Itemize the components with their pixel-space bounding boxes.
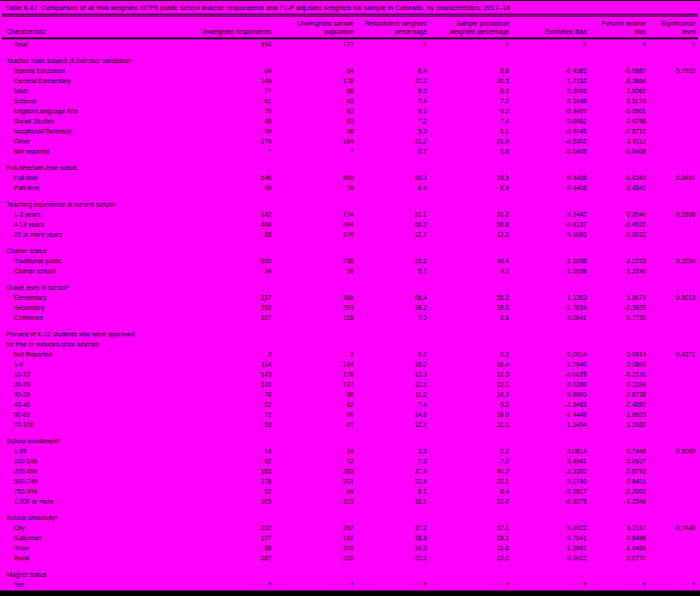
cell-value: 267 (274, 523, 356, 533)
row-label: 1,000 or more (2, 496, 196, 506)
cell-value: 337 (196, 293, 274, 303)
cell-value: 494 (274, 219, 356, 229)
cell-value: 66.2 (356, 219, 430, 229)
section-header: Teaching experience at current school³ (2, 199, 698, 209)
cell-value: 0.8900 (512, 389, 589, 399)
cell-value: 464 (196, 219, 274, 229)
cell-value: 90 (274, 410, 356, 420)
cell-value: 52 (196, 399, 274, 410)
cell-value: 94.4 (430, 256, 512, 266)
cell-value: 12.1 (430, 379, 512, 389)
cell-value: 0.0491 (649, 173, 698, 183)
cell-value: 93.0 (356, 173, 430, 183)
cell-value: 0.8401 (589, 476, 649, 486)
cell-value: 8.3664 (589, 76, 649, 86)
cell-value: 0.2040 (589, 209, 649, 219)
table-row: Charter school34395.74.21.10081.2240 (2, 266, 698, 276)
cell-value: 1.1404 (512, 420, 589, 430)
table-row: 20-2911013712.212.10.12800.1334 (2, 379, 698, 389)
table-row: 1,000 or more20510318.122.0-0.8278-1.234… (2, 496, 698, 506)
cell-value: 0.0641 (512, 313, 589, 323)
cell-value: 38.2 (356, 303, 430, 313)
cell-value: † (512, 39, 589, 49)
table-row: Yes††††††† (2, 580, 698, 590)
cell-value: 4.2 (430, 266, 512, 276)
cell-value: 8.0 (356, 86, 430, 96)
row-label: Other (2, 136, 196, 146)
table-row: 1-9914343.02.20.08140.74480.5080 (2, 446, 698, 456)
cell-value: -1.9112 (589, 136, 649, 146)
cell-value: 1.1008 (512, 266, 589, 276)
cell-value: -0.4383 (512, 66, 589, 76)
cell-value: † (512, 580, 589, 590)
row-label: English/Language Arts (2, 106, 196, 116)
table-row: Traditional public66073893.294.4-1.1008-… (2, 256, 698, 266)
cell-value: 0.7041 (512, 533, 589, 543)
cell-value: 137 (274, 379, 356, 389)
table-row: English/Language Arts70829.09.2-0.4407-0… (2, 106, 698, 116)
cell-value: † (274, 580, 356, 590)
table-row: 100-19952727.07.20.49410.0927 (2, 456, 698, 466)
cell-value: -0.2101 (589, 369, 649, 379)
row-label: Not Reported (2, 349, 196, 359)
cell-value: 2.0800 (589, 359, 649, 369)
cell-value: 2 (196, 349, 274, 359)
cell-value: -0.8719 (589, 126, 649, 136)
cell-value: 1.2020 (589, 420, 649, 430)
cell-value: 22.2 (356, 76, 430, 86)
section-gap (2, 276, 698, 282)
cell-value: 201 (274, 476, 356, 486)
row-label: 10-19 (2, 369, 196, 379)
cell-value: 18.2 (356, 359, 430, 369)
cell-value: 10.3 (430, 389, 512, 399)
column-header: Unweighted respondents (196, 27, 274, 37)
cell-value: 7.4 (356, 399, 430, 410)
cell-value: 283 (274, 466, 356, 476)
table-row: 1-911413418.216.41.79402.0800 (2, 359, 698, 369)
cell-value: -0.2002 (589, 486, 649, 496)
cell-value: 660 (196, 256, 274, 266)
cell-value: -0.4408 (512, 173, 589, 183)
cell-value: 149 (196, 76, 274, 86)
row-label: 40-49 (2, 399, 196, 410)
cell-value: -0.4922 (589, 219, 649, 229)
cell-value: 366 (274, 293, 356, 303)
row-label: Full-time (2, 173, 196, 183)
cell-value: 40.2 (430, 466, 512, 476)
cell-value: 7.2 (356, 116, 430, 126)
cell-value: 187 (196, 553, 274, 563)
cell-value: 84 (274, 486, 356, 496)
cell-value: 48 (274, 126, 356, 136)
cell-value: 114 (196, 359, 274, 369)
cell-value: 37.4 (356, 466, 430, 476)
cell-value: 694 (196, 39, 274, 49)
cell-value: 178 (196, 476, 274, 486)
cell-value: 37.2 (356, 523, 430, 533)
cell-value: 0.4841 (589, 183, 649, 193)
cell-value: † (589, 39, 649, 49)
section-header: Percent of K-12 students who were approv… (2, 329, 143, 349)
cell-value: † (356, 580, 430, 590)
cell-value: 82 (274, 106, 356, 116)
column-header: Percent relative bias (589, 19, 649, 37)
cell-value: 8.1 (356, 486, 430, 496)
cell-value: 0.7730 (589, 313, 649, 323)
row-label: 750-999 (2, 486, 196, 496)
total-row: Total694777††††† (2, 39, 698, 49)
row-label: Secondary (2, 303, 196, 313)
cell-value: † (589, 580, 649, 590)
cell-value: -0.0408 (512, 146, 589, 156)
cell-value: 39 (274, 266, 356, 276)
section-gap (2, 193, 698, 199)
cell-value: 1.7940 (512, 359, 589, 369)
row-label: Total (2, 39, 196, 49)
table-row: Special Education64648.48.8-0.4383-0.088… (2, 66, 698, 76)
table-row: 10-1914317812.312.3-0.0028-0.2101 (2, 369, 698, 379)
cell-value: 0.2760 (512, 476, 589, 486)
cell-value: 16.4 (430, 359, 512, 369)
cell-value: 0.2 (356, 349, 430, 359)
cell-value: 11.6 (430, 543, 512, 553)
cell-value: 0.2022 (589, 229, 649, 239)
column-header: Sample population weighted percentage (430, 19, 512, 37)
section-gap (2, 430, 698, 436)
